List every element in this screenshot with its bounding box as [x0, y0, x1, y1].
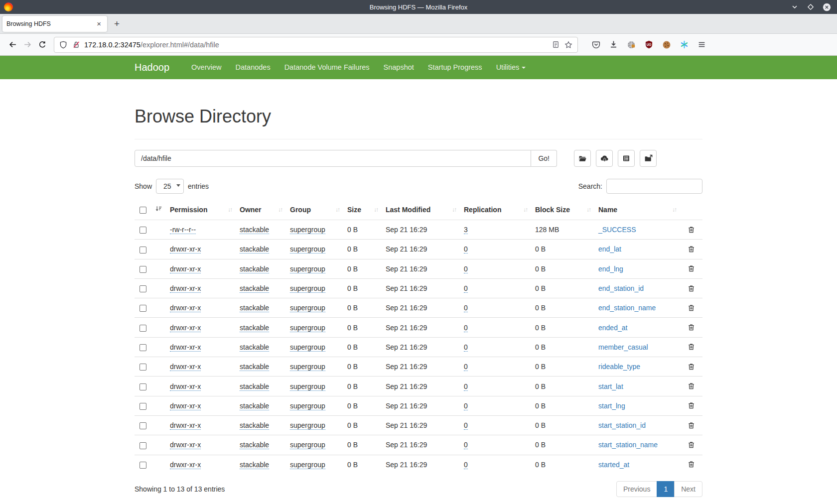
delete-button[interactable]: [688, 382, 695, 390]
row-checkbox[interactable]: [140, 325, 146, 332]
replication-value[interactable]: 0: [464, 441, 468, 449]
row-checkbox[interactable]: [140, 403, 146, 410]
delete-button[interactable]: [688, 441, 695, 449]
row-checkbox[interactable]: [140, 442, 146, 449]
owner-value[interactable]: stackable: [240, 304, 269, 312]
create-directory-button[interactable]: [574, 150, 591, 167]
nav-item-startup-progress[interactable]: Startup Progress: [421, 56, 489, 79]
replication-value[interactable]: 0: [464, 245, 468, 253]
header-size[interactable]: Size↓↑: [343, 200, 382, 220]
delete-button[interactable]: [688, 246, 695, 253]
row-checkbox[interactable]: [140, 285, 146, 292]
nav-item-datanodes[interactable]: Datanodes: [229, 56, 278, 79]
header-group[interactable]: Group↓↑: [286, 200, 343, 220]
owner-value[interactable]: stackable: [240, 324, 269, 332]
nav-item-snapshot[interactable]: Snapshot: [377, 56, 421, 79]
delete-button[interactable]: [688, 461, 695, 468]
header-name[interactable]: Name↓↑: [594, 200, 680, 220]
delete-button[interactable]: [688, 226, 695, 234]
tab-browsing-hdfs[interactable]: Browsing HDFS ×: [2, 16, 107, 32]
owner-value[interactable]: stackable: [240, 382, 269, 391]
page-size-select[interactable]: 25: [156, 179, 184, 194]
header-block-size[interactable]: Block Size↓↑: [531, 200, 594, 220]
bookmark-star-icon[interactable]: [564, 41, 572, 49]
maximize-icon[interactable]: [807, 3, 815, 11]
reload-button[interactable]: [35, 37, 50, 52]
select-all-checkbox[interactable]: [140, 207, 146, 214]
header-permission[interactable]: Permission↓↑: [166, 200, 236, 220]
url-bar[interactable]: 172.18.0.2:32475/explorer.html#/data/hfi…: [54, 37, 578, 53]
close-window-icon[interactable]: [823, 3, 831, 11]
row-checkbox[interactable]: [140, 422, 146, 429]
group-value[interactable]: supergroup: [290, 461, 325, 469]
file-name-link[interactable]: start_station_id: [598, 421, 646, 429]
replication-value[interactable]: 0: [464, 284, 468, 293]
hamburger-menu-icon[interactable]: [698, 40, 706, 49]
row-checkbox[interactable]: [140, 462, 146, 469]
owner-value[interactable]: stackable: [240, 441, 269, 449]
permission-value[interactable]: drwxr-xr-x: [170, 441, 201, 449]
replication-value[interactable]: 0: [464, 343, 468, 352]
delete-button[interactable]: [688, 422, 695, 429]
group-value[interactable]: supergroup: [290, 304, 325, 312]
owner-value[interactable]: stackable: [240, 421, 269, 430]
header-owner[interactable]: Owner↓↑: [236, 200, 286, 220]
file-name-link[interactable]: _SUCCESS: [598, 226, 636, 234]
header-replication[interactable]: Replication↓↑: [460, 200, 531, 220]
file-name-link[interactable]: start_lat: [598, 382, 623, 390]
file-name-link[interactable]: start_station_name: [598, 441, 658, 449]
permission-value[interactable]: drwxr-xr-x: [170, 343, 201, 352]
pagination-page-1[interactable]: 1: [657, 481, 675, 497]
file-name-link[interactable]: start_lng: [598, 402, 625, 410]
replication-value[interactable]: 0: [464, 382, 468, 391]
tab-close-icon[interactable]: ×: [95, 19, 103, 28]
group-value[interactable]: supergroup: [290, 226, 325, 234]
replication-value[interactable]: 0: [464, 402, 468, 410]
cookie-extension-icon[interactable]: [662, 40, 671, 49]
row-checkbox[interactable]: [140, 247, 146, 253]
group-value[interactable]: supergroup: [290, 363, 325, 371]
row-checkbox[interactable]: [140, 227, 146, 234]
ublock-icon[interactable]: UO: [645, 40, 653, 49]
row-checkbox[interactable]: [140, 383, 146, 390]
permission-value[interactable]: drwxr-xr-x: [170, 324, 201, 332]
file-name-link[interactable]: end_lng: [598, 265, 623, 273]
owner-value[interactable]: stackable: [240, 461, 269, 469]
row-checkbox[interactable]: [140, 305, 146, 312]
back-button[interactable]: [5, 37, 20, 52]
file-name-link[interactable]: end_station_name: [598, 304, 656, 312]
downloads-icon[interactable]: [609, 40, 618, 49]
insecure-lock-icon[interactable]: [72, 41, 80, 49]
minimize-icon[interactable]: [791, 3, 799, 11]
group-value[interactable]: supergroup: [290, 421, 325, 430]
reader-mode-icon[interactable]: [552, 41, 559, 48]
file-name-link[interactable]: ended_at: [598, 324, 627, 332]
hadoop-brand[interactable]: Hadoop: [135, 62, 169, 73]
group-value[interactable]: supergroup: [290, 324, 325, 332]
permission-value[interactable]: drwxr-xr-x: [170, 265, 201, 273]
group-value[interactable]: supergroup: [290, 402, 325, 410]
file-name-link[interactable]: rideable_type: [598, 363, 640, 371]
replication-value[interactable]: 0: [464, 363, 468, 371]
go-button[interactable]: Go!: [531, 150, 557, 167]
row-checkbox[interactable]: [140, 344, 146, 351]
permission-value[interactable]: drwxr-xr-x: [170, 402, 201, 410]
replication-value[interactable]: 0: [464, 324, 468, 332]
permission-value[interactable]: drwxr-xr-x: [170, 284, 201, 293]
nav-item-overview[interactable]: Overview: [184, 56, 228, 79]
owner-value[interactable]: stackable: [240, 265, 269, 273]
pagination-previous[interactable]: Previous: [616, 481, 657, 497]
permission-value[interactable]: drwxr-xr-x: [170, 245, 201, 253]
file-name-link[interactable]: end_lat: [598, 245, 621, 253]
permission-value[interactable]: drwxr-xr-x: [170, 363, 201, 371]
group-value[interactable]: supergroup: [290, 343, 325, 352]
owner-value[interactable]: stackable: [240, 402, 269, 410]
delete-button[interactable]: [688, 285, 695, 292]
privacy-extension-icon[interactable]: [627, 40, 636, 49]
delete-button[interactable]: [688, 343, 695, 351]
search-input[interactable]: [606, 179, 702, 194]
permission-value[interactable]: drwxr-xr-x: [170, 421, 201, 430]
header-last-modified[interactable]: Last Modified↓↑: [382, 200, 460, 220]
asterisk-extension-icon[interactable]: [680, 40, 689, 49]
owner-value[interactable]: stackable: [240, 343, 269, 352]
